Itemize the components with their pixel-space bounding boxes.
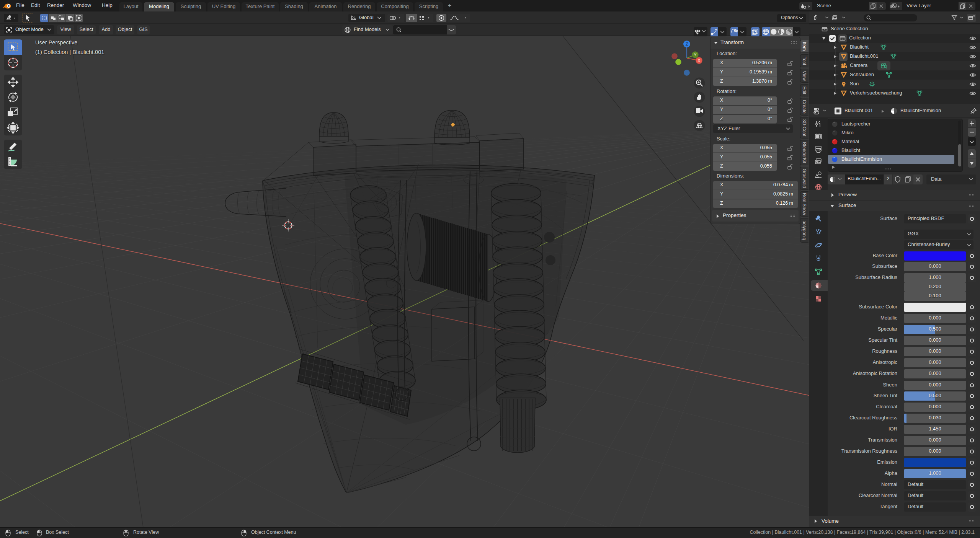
- svg-text:Z: Z: [686, 42, 688, 46]
- svg-text:Y: Y: [694, 52, 697, 57]
- svg-text:X: X: [697, 58, 701, 63]
